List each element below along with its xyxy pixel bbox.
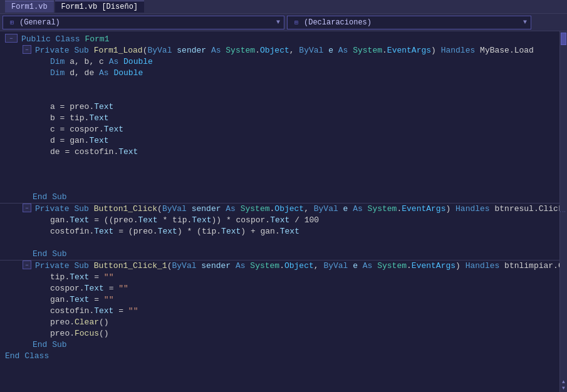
line-costofin-text2: costofin.Text = ""	[0, 306, 559, 317]
line-c-cospor: c = cospor.Text	[0, 124, 559, 135]
member-dropdown[interactable]: ⊞ (Declaraciones) ▼	[287, 16, 531, 29]
line-blank4	[0, 169, 559, 180]
class-dropdown-icon: ⊞	[7, 18, 17, 28]
collapse-btn1click[interactable]: −	[23, 204, 31, 212]
line-btn1click1-decl: − Private Sub Button1_Click_1(ByVal send…	[0, 260, 559, 272]
scrollbar-grip: ⋮	[559, 209, 566, 215]
line-gan-text2: gan.Text = ""	[0, 294, 559, 306]
scrollbar-vertical[interactable]: ▲ ▼ ⋮	[559, 31, 567, 392]
collapse-btn1click1[interactable]: −	[23, 260, 31, 269]
line-end-class: End Class	[0, 351, 559, 362]
line-costofin-text: costofin.Text = (preo.Text) * (tip.Text)…	[0, 226, 559, 237]
line-cospor-text: cospor.Text = ""	[0, 283, 559, 294]
member-dropdown-arrow: ▼	[518, 19, 527, 26]
line-blank2	[0, 90, 559, 101]
line-end-sub3: End Sub	[0, 339, 559, 351]
line-blank5	[0, 180, 559, 192]
line-end-sub1: End Sub	[0, 192, 559, 203]
line-d-gan: d = gan.Text	[0, 135, 559, 147]
line-preo-clear: preo.Clear()	[0, 317, 559, 328]
line-b-tip: b = tip.Text	[0, 113, 559, 124]
line-gan-text: gan.Text = ((preo.Text * tip.Text)) * co…	[0, 215, 559, 226]
line-dim-abc: Dim a, b, c As Double	[0, 56, 559, 68]
scrollbar-arrow-up[interactable]: ▲	[560, 379, 567, 384]
line-class-decl: − Public Class Form1	[0, 34, 559, 45]
tab-form1vb-design[interactable]: Form1.vb [Diseño]	[55, 1, 144, 13]
toolbar: ⊞ (General) ▼ ⊞ (Declaraciones) ▼	[0, 14, 567, 31]
scrollbar-arrow-down[interactable]: ▼	[560, 385, 567, 391]
line-form1load-decl: − Private Sub Form1_Load(ByVal sender As…	[0, 45, 559, 56]
code-content: − Public Class Form1 − Private Sub Form1…	[0, 31, 559, 364]
line-a-preo: a = preo.Text	[0, 101, 559, 113]
class-dropdown-arrow: ▼	[271, 19, 280, 26]
collapse-class[interactable]: −	[5, 34, 18, 43]
line-tip-text: tip.Text = ""	[0, 272, 559, 283]
line-blank6	[0, 237, 559, 249]
line-blank1	[0, 79, 559, 90]
title-bar: Form1.vb Form1.vb [Diseño]	[0, 0, 567, 14]
class-dropdown[interactable]: ⊞ (General) ▼	[3, 16, 284, 29]
line-end-sub2: End Sub	[0, 249, 559, 260]
line-btn1click-decl: − Private Sub Button1_Click(ByVal sender…	[0, 204, 559, 215]
line-de-costofin: de = costofin.Text	[0, 147, 559, 158]
collapse-form1load[interactable]: −	[23, 45, 31, 54]
line-dim-dde: Dim d, de As Double	[0, 68, 559, 79]
line-blank3	[0, 158, 559, 169]
code-panel[interactable]: − Public Class Form1 − Private Sub Form1…	[0, 31, 559, 392]
code-area: − Public Class Form1 − Private Sub Form1…	[0, 31, 567, 392]
member-dropdown-icon: ⊞	[291, 18, 301, 28]
line-preo-focus: preo.Focus()	[0, 328, 559, 339]
scrollbar-thumb[interactable]	[561, 33, 566, 45]
tab-form1vb[interactable]: Form1.vb	[5, 1, 54, 13]
